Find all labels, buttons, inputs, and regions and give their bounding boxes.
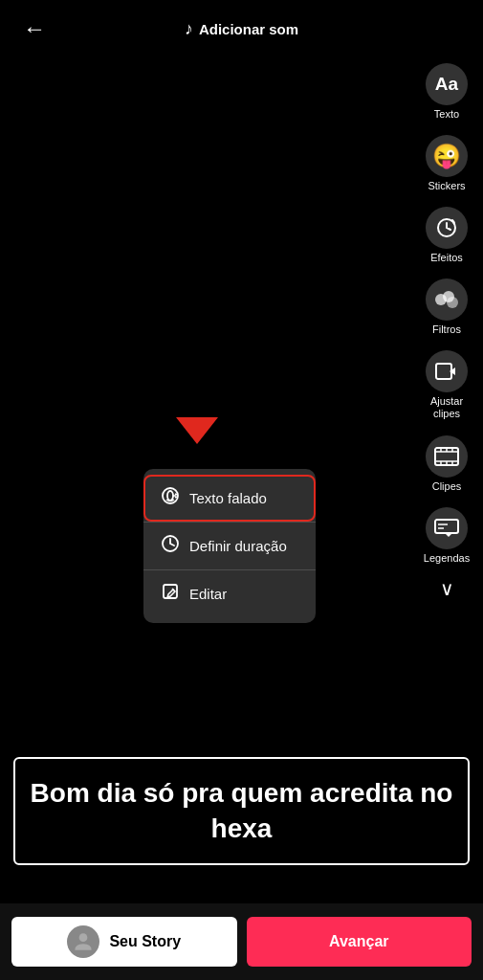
- context-menu-definir-duracao[interactable]: Definir duração: [143, 523, 316, 569]
- svg-rect-4: [436, 364, 451, 379]
- sidebar-item-filtros[interactable]: Filtros: [422, 273, 472, 341]
- top-bar: ← ♪ Adicionar som: [0, 0, 483, 57]
- add-sound-label: Adicionar som: [199, 21, 298, 37]
- stickers-icon: 😜: [426, 135, 468, 177]
- context-menu-texto-falado[interactable]: Texto falado: [143, 475, 316, 522]
- editar-icon: [161, 582, 180, 606]
- legendas-icon: [426, 507, 468, 549]
- music-icon: ♪: [185, 19, 193, 39]
- texto-icon: Aa: [426, 63, 468, 105]
- story-button[interactable]: Seu Story: [11, 917, 237, 967]
- arrow-head: [176, 417, 218, 444]
- bottom-bar: Seu Story Avançar: [0, 903, 483, 980]
- svg-marker-18: [445, 533, 452, 537]
- filtros-icon: [426, 278, 468, 321]
- sidebar-item-clipes[interactable]: Clipes: [422, 430, 472, 498]
- context-menu-definir-duracao-label: Definir duração: [189, 538, 287, 554]
- svg-point-20: [167, 491, 173, 501]
- sidebar-label-filtros: Filtros: [432, 323, 461, 335]
- sidebar-item-ajustar-clipes[interactable]: Ajustar clipes: [418, 345, 475, 426]
- sidebar-label-stickers: Stickers: [428, 180, 465, 191]
- advance-label: Avançar: [329, 933, 389, 950]
- sidebar-label-ajustar-clipes: Ajustar clipes: [422, 395, 472, 420]
- back-button[interactable]: ←: [15, 15, 54, 42]
- clipes-icon: [426, 435, 468, 478]
- svg-line-22: [175, 494, 177, 495]
- sidebar-label-clipes: Clipes: [432, 480, 462, 492]
- context-menu-editar[interactable]: Editar: [143, 570, 316, 617]
- efeitos-icon: [426, 207, 468, 249]
- advance-button[interactable]: Avançar: [247, 917, 472, 967]
- text-box: Bom dia só pra quem acredita no hexa: [13, 757, 470, 865]
- context-menu-texto-falado-label: Texto falado: [189, 490, 267, 506]
- sidebar-item-texto[interactable]: Aa Texto: [422, 57, 472, 125]
- texto-falado-icon: [161, 486, 180, 510]
- svg-point-3: [447, 297, 458, 308]
- right-sidebar: Aa Texto 😜 Stickers Efeitos Filtros: [418, 57, 475, 600]
- context-menu: Texto falado Definir duração Editar: [143, 469, 316, 623]
- add-sound-button[interactable]: ♪ Adicionar som: [185, 19, 298, 39]
- svg-rect-15: [435, 520, 458, 533]
- svg-point-27: [79, 933, 88, 942]
- sidebar-label-legendas: Legendas: [424, 552, 470, 564]
- sidebar-label-efeitos: Efeitos: [430, 252, 463, 263]
- sidebar-chevron-down[interactable]: ∨: [440, 577, 454, 600]
- svg-line-23: [175, 497, 177, 498]
- sidebar-label-texto: Texto: [434, 108, 459, 120]
- ajustar-clipes-icon: [426, 350, 468, 392]
- story-label: Seu Story: [109, 933, 181, 950]
- sidebar-item-efeitos[interactable]: Efeitos: [422, 201, 472, 269]
- context-menu-editar-label: Editar: [189, 586, 227, 602]
- story-avatar: [67, 925, 99, 958]
- definir-duracao-icon: [161, 534, 180, 558]
- sidebar-item-legendas[interactable]: Legendas: [420, 501, 473, 569]
- sidebar-item-stickers[interactable]: 😜 Stickers: [422, 129, 472, 197]
